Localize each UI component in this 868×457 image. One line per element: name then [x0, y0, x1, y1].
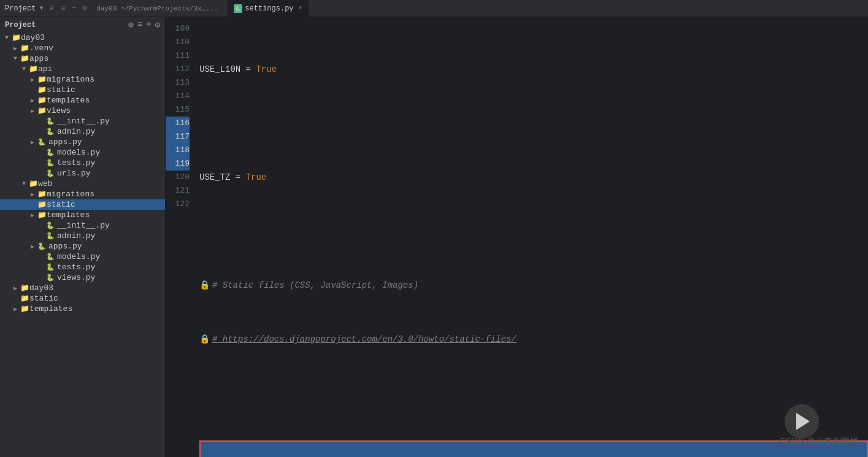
python-file-icon: 🐍 [45, 232, 55, 240]
tree-item-apps-web[interactable]: ▶ 🐍 apps.py [0, 241, 165, 252]
arrow-icon: ▼ [2, 34, 11, 41]
path-label: day03 ~/PycharmProjects/3x_... [96, 5, 218, 12]
tree-label: templates [47, 96, 90, 105]
tree-item-static-root[interactable]: 📁 static [0, 293, 165, 304]
arrow-icon: ▶ [11, 285, 20, 292]
python-file-icon: 🐍 [45, 159, 55, 167]
settings-tab[interactable]: 🐍 settings.py × [228, 0, 308, 17]
sidebar-header-icons: ⊕ ≡ ÷ ⚙ [128, 20, 160, 30]
tree-item-apps-api[interactable]: ▶ 🐍 apps.py [0, 137, 165, 147]
tree-label: apps.py [48, 137, 82, 147]
folder-icon: 📁 [37, 86, 47, 94]
arrow-icon: ▶ [28, 191, 37, 198]
selection-block: STATIC_URL = '/static/' STATICFILES_DIRS… [199, 440, 868, 457]
tree-item-models-web[interactable]: 🐍 models.py [0, 252, 165, 262]
tree-label: tests.py [57, 263, 95, 272]
folder-icon: 📁 [37, 107, 47, 115]
tree-item-web[interactable]: ▼ 📁 web [0, 179, 165, 189]
tree-item-tests-api[interactable]: 🐍 tests.py [0, 158, 165, 168]
project-label[interactable]: Project [5, 4, 36, 13]
tree-item-day03-sub[interactable]: ▶ 📁 day03 [0, 283, 165, 293]
tree-item-api[interactable]: ▼ 📁 api [0, 64, 165, 74]
code-line-115 [199, 386, 868, 400]
sort-icon[interactable]: ÷ [146, 20, 151, 30]
folder-icon: 📁 [20, 284, 29, 293]
tree-item-venv[interactable]: ▶ 📁 .venv [0, 43, 165, 53]
title-bar-left: Project ▼ ⊕ ≡ ÷ ⚙ day03 ~/PycharmProject… [5, 4, 218, 13]
folder-icon: 📁 [37, 211, 47, 220]
play-button[interactable] [785, 404, 819, 439]
tree-label: templates [29, 304, 72, 313]
tree-item-models-api[interactable]: 🐍 models.py [0, 147, 165, 158]
tree-label: urls.py [57, 169, 91, 178]
python-file-icon: 🐍 [45, 221, 55, 229]
play-triangle-icon [796, 413, 810, 430]
tree-label: apps [29, 54, 48, 63]
python-file-icon: 🐍 [45, 117, 55, 125]
folder-icon: 📁 [37, 190, 47, 199]
tree-label: __init__.py [57, 117, 110, 126]
arrow-icon: ▶ [28, 243, 37, 250]
tree-label: migrations [47, 190, 94, 199]
python-file-icon: 🐍 [37, 242, 47, 250]
tree-item-init-web[interactable]: 🐍 __init__.py [0, 220, 165, 231]
tree-item-views-api[interactable]: ▶ 📁 views [0, 106, 165, 116]
code-line-109: USE_L10N = True [199, 63, 868, 76]
tab-label: settings.py [245, 4, 293, 13]
tree-item-templates-api[interactable]: ▶ 📁 templates [0, 95, 165, 106]
dropdown-icon[interactable]: ▼ [39, 5, 43, 12]
folder-icon: 📁 [20, 294, 29, 303]
folder-icon: 📁 [20, 55, 29, 63]
tree-label: views.py [57, 273, 95, 282]
arrow-icon: ▼ [11, 55, 20, 62]
tree-item-admin-web[interactable]: 🐍 admin.py [0, 231, 165, 241]
tree-label: templates [47, 210, 90, 220]
tree-item-init-api[interactable]: 🐍 __init__.py [0, 116, 165, 126]
arrow-icon: ▼ [20, 180, 28, 187]
tree-item-migrations-web[interactable]: ▶ 📁 migrations [0, 189, 165, 199]
tree-item-urls-api[interactable]: 🐍 urls.py [0, 168, 165, 179]
tree-label: static [29, 294, 58, 303]
tree-label: views [47, 106, 71, 115]
tree-label: day03 [21, 33, 45, 42]
sidebar-header: Project ⊕ ≡ ÷ ⚙ [0, 17, 165, 33]
tree-item-templates-root[interactable]: ▶ 📁 templates [0, 304, 165, 314]
python-file-icon: 🐍 [45, 148, 55, 156]
code-line-114: 🔒 # https://docs.djangoproject.com/en/3.… [199, 332, 868, 346]
tree-item-apps[interactable]: ▼ 📁 apps [0, 53, 165, 64]
arrow-icon: ▶ [28, 76, 37, 83]
tree-item-static-web[interactable]: 📁 static [0, 199, 165, 210]
tree-item-day03[interactable]: ▼ 📁 day03 [0, 33, 165, 43]
tree-label: .venv [29, 44, 53, 53]
tree-item-admin-api[interactable]: 🐍 admin.py [0, 126, 165, 137]
code-line-111: USE_TZ = True [199, 171, 868, 184]
tree-label: models.py [57, 252, 100, 261]
tree-label: apps.py [48, 242, 82, 251]
python-file-icon: 🐍 [37, 138, 47, 146]
folder-icon: 📁 [37, 96, 47, 105]
code-editor[interactable]: 109 110 111 112 113 114 115 116 117 118 … [166, 17, 868, 457]
settings-icon[interactable]: ⚙ [155, 20, 160, 30]
tree-item-templates-web[interactable]: ▶ 📁 templates [0, 210, 165, 220]
tab-close-button[interactable]: × [299, 5, 302, 12]
folder-icon: 📁 [20, 44, 29, 53]
tree-label: admin.py [57, 127, 95, 136]
expand-all-icon[interactable]: ⊕ [128, 20, 133, 30]
tree-item-migrations-api[interactable]: ▶ 📁 migrations [0, 74, 165, 85]
line-numbers: 109 110 111 112 113 114 115 116 117 118 … [166, 22, 199, 457]
folder-icon: 📁 [20, 305, 29, 313]
tab-bar: 🐍 settings.py × [228, 0, 308, 17]
code-editor-area: 109 110 111 112 113 114 115 116 117 118 … [166, 17, 868, 457]
tree-label: static [47, 85, 75, 94]
code-line-113: 🔒 # Static files (CSS, JavaScript, Image… [199, 278, 868, 292]
code-content[interactable]: USE_L10N = True USE_TZ = True 🔒 # Static… [199, 22, 868, 457]
tree-item-static-api[interactable]: 📁 static [0, 85, 165, 95]
tree-item-views-web[interactable]: 🐍 views.py [0, 272, 165, 283]
folder-icon: 📁 [11, 34, 21, 42]
collapse-all-icon[interactable]: ≡ [137, 20, 142, 30]
folder-icon: 📁 [28, 180, 38, 188]
tree-item-tests-web[interactable]: 🐍 tests.py [0, 262, 165, 272]
arrow-icon: ▶ [28, 97, 37, 104]
tree-label: day03 [29, 283, 53, 293]
python-file-icon: 🐍 [45, 274, 55, 282]
